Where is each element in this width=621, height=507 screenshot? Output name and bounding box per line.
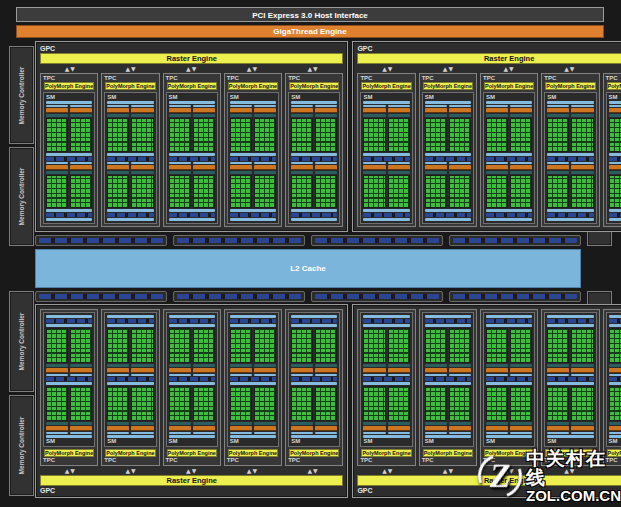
- dispatch-unit-bar: [388, 364, 410, 367]
- sm-sub-column: [169, 162, 191, 209]
- dispatch-unit-bar: [609, 364, 621, 367]
- warp-scheduler-bar: [425, 426, 447, 431]
- sm-box: SM: [544, 312, 596, 447]
- gpc-label: GPC: [40, 44, 343, 53]
- cuda-core-grid: [193, 175, 215, 209]
- sm-sub-column: [70, 386, 92, 434]
- cuda-core-grid: [388, 118, 410, 152]
- sm-processing-block: [547, 386, 593, 434]
- instruction-buffer-bar: [254, 105, 276, 107]
- sm-sub-column: [547, 328, 569, 376]
- sm-processing-block: [291, 105, 337, 152]
- sm-sub-column: [46, 386, 68, 434]
- updown-arrows-icon: ▲▼: [101, 466, 162, 475]
- load-store-units-row: [547, 377, 593, 381]
- load-store-units-row: [609, 377, 621, 381]
- instruction-buffer-bar: [449, 374, 471, 376]
- warp-scheduler-bar: [193, 426, 215, 431]
- sm-sub-column: [510, 105, 532, 152]
- raster-tpc-arrows-row: ▲▼▲▼▲▼▲▼▲▼: [40, 466, 343, 475]
- sm-processing-block: [609, 105, 621, 152]
- dispatch-unit-bar: [571, 364, 593, 367]
- instruction-buffer-bar: [510, 162, 532, 164]
- sm-box: SM: [43, 92, 95, 224]
- sm-label: SM: [425, 438, 471, 445]
- sm-sub-column: [230, 162, 252, 209]
- shared-memory-bar: [486, 315, 532, 318]
- tpc-label: TPC: [360, 75, 412, 82]
- tpc-box: TPCPolyMorph EngineSM: [357, 309, 415, 466]
- sm-processing-block: [547, 162, 593, 209]
- gpc-row-top: GPCRaster Engine▲▼▲▼▲▼▲▼▲▼TPCPolyMorph E…: [35, 41, 581, 232]
- texture-units-row: [547, 319, 593, 323]
- cuda-core-grid: [107, 328, 129, 363]
- dram-interface-links: [453, 238, 577, 243]
- warp-scheduler-bar: [70, 368, 92, 373]
- sm-internals: [107, 101, 153, 221]
- updown-arrows-icon: ▲▼: [539, 64, 600, 73]
- texture-cache-bar: [230, 209, 276, 212]
- sm-label: SM: [609, 94, 621, 101]
- register-file-bar: [230, 153, 276, 156]
- tpc-label: TPC: [104, 75, 156, 82]
- cuda-core-grid: [571, 118, 593, 152]
- texture-cache-bar: [425, 324, 471, 327]
- sm-label: SM: [291, 94, 337, 101]
- instruction-buffer-bar: [70, 432, 92, 434]
- sm-sub-column: [388, 328, 410, 376]
- cuda-core-grid: [70, 386, 92, 421]
- cuda-core-grid: [363, 118, 385, 152]
- register-file-bar: [169, 153, 215, 156]
- warp-scheduler-bar: [230, 165, 252, 170]
- warp-scheduler-bar: [46, 426, 68, 431]
- warp-scheduler-bar: [193, 368, 215, 373]
- sm-sub-column: [571, 162, 593, 209]
- instruction-buffer-bar: [547, 162, 569, 164]
- register-file-bar: [425, 382, 471, 385]
- sm-internals: [609, 315, 621, 438]
- sm-sub-column: [107, 328, 129, 376]
- cuda-core-grid: [230, 118, 252, 152]
- cuda-core-grid: [254, 328, 276, 363]
- sm-processing-block: [609, 328, 621, 376]
- warp-scheduler-bar: [510, 108, 532, 113]
- load-store-units-row: [107, 157, 153, 161]
- cuda-core-grid: [131, 328, 153, 363]
- dispatch-unit-bar: [571, 171, 593, 174]
- cuda-core-grid: [425, 118, 447, 152]
- cuda-core-grid: [510, 118, 532, 152]
- sm-internals: [230, 315, 276, 438]
- dispatch-unit-bar: [510, 364, 532, 367]
- instruction-buffer-bar: [193, 162, 215, 164]
- cuda-core-grid: [169, 386, 191, 421]
- warp-scheduler-bar: [510, 165, 532, 170]
- sm-sub-column: [449, 328, 471, 376]
- instruction-buffer-bar: [254, 432, 276, 434]
- tpc-box: TPCPolyMorph EngineSM: [163, 309, 221, 466]
- sm-sub-column: [388, 105, 410, 152]
- polymorph-engine-bar: PolyMorph Engine: [105, 449, 155, 457]
- sm-sub-column: [107, 105, 129, 152]
- warp-scheduler-bar: [70, 108, 92, 113]
- dispatch-unit-bar: [510, 171, 532, 174]
- dispatch-unit-bar: [609, 171, 621, 174]
- cuda-core-grid: [169, 328, 191, 363]
- dispatch-unit-bar: [254, 114, 276, 117]
- updown-arrows-icon: ▲▼: [418, 466, 479, 475]
- sm-sub-column: [70, 105, 92, 152]
- sm-processing-block: [230, 162, 276, 209]
- instruction-buffer-bar: [609, 432, 621, 434]
- register-file-bar: [363, 153, 409, 156]
- shared-memory-bar: [291, 218, 337, 221]
- instruction-cache-bar: [425, 101, 471, 104]
- sm-sub-column: [388, 386, 410, 434]
- instruction-buffer-bar: [547, 374, 569, 376]
- tpc-box: TPCPolyMorph EngineSM: [357, 73, 415, 227]
- tpc-label: TPC: [483, 75, 535, 82]
- tpc-label: TPC: [104, 457, 156, 464]
- tpc-row: TPCPolyMorph EngineSMTPCPolyMorph Engine…: [357, 309, 621, 466]
- dispatch-unit-bar: [70, 114, 92, 117]
- sm-internals: [230, 101, 276, 221]
- warp-scheduler-bar: [107, 165, 129, 170]
- cuda-core-grid: [363, 328, 385, 363]
